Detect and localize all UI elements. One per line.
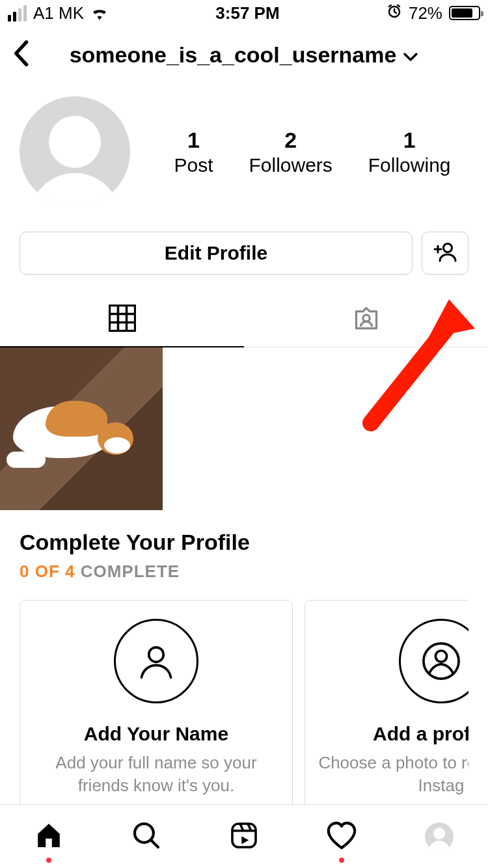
complete-profile-cards[interactable]: Add Your Name Add your full name so your…: [20, 600, 468, 811]
battery-icon: [449, 6, 480, 20]
bottom-tab-bar: [0, 804, 488, 868]
svg-point-6: [435, 651, 446, 662]
discover-people-button[interactable]: [422, 232, 468, 275]
battery-pct: 72%: [409, 3, 442, 23]
card-title: Add a profile p: [318, 723, 468, 745]
status-bar: A1 MK 3:57 PM 72%: [0, 0, 488, 26]
back-button[interactable]: [13, 40, 31, 69]
complete-profile-progress: 0 OF 4 COMPLETE: [20, 562, 468, 582]
profile-photo-icon: [399, 619, 468, 703]
notification-dot: [46, 858, 51, 863]
tagged-icon: [352, 304, 381, 335]
stat-following[interactable]: 1 Following: [368, 128, 451, 176]
profile-avatar[interactable]: [20, 96, 130, 207]
stat-followers-count: 2: [249, 128, 332, 153]
home-icon: [33, 820, 64, 854]
tab-home[interactable]: [0, 805, 98, 868]
stat-followers-label: Followers: [249, 154, 332, 176]
tab-tagged[interactable]: [244, 292, 488, 347]
post-thumbnail[interactable]: [0, 347, 163, 510]
stat-posts-label: Post: [174, 154, 213, 176]
tab-grid[interactable]: [0, 292, 244, 347]
grid-icon: [109, 305, 136, 334]
stat-following-count: 1: [368, 128, 451, 153]
card-add-photo[interactable]: Add a profile p Choose a photo to re you…: [305, 600, 468, 811]
profile-avatar-icon: [425, 822, 454, 851]
alarm-icon: [386, 3, 402, 23]
tab-profile[interactable]: [390, 805, 488, 868]
clock: 3:57 PM: [215, 3, 279, 23]
reels-icon: [228, 820, 260, 854]
stat-posts[interactable]: 1 Post: [174, 128, 213, 176]
stat-followers[interactable]: 2 Followers: [249, 128, 332, 176]
card-add-name[interactable]: Add Your Name Add your full name so your…: [20, 600, 293, 811]
signal-icon: [8, 5, 27, 21]
tab-search[interactable]: [98, 805, 195, 868]
tab-reels[interactable]: [195, 805, 293, 868]
username-label: someone_is_a_cool_username: [70, 42, 397, 68]
notification-dot: [339, 858, 344, 863]
nav-header: someone_is_a_cool_username: [0, 26, 488, 83]
edit-profile-label: Edit Profile: [165, 242, 267, 264]
chevron-down-icon: [403, 42, 418, 68]
complete-profile-title: Complete Your Profile: [20, 530, 468, 555]
card-desc: Add your full name so your friends know …: [33, 752, 279, 797]
tab-activity[interactable]: [293, 805, 390, 868]
posts-grid: [0, 347, 488, 510]
edit-profile-button[interactable]: Edit Profile: [20, 232, 413, 275]
svg-rect-8: [232, 824, 256, 847]
card-desc: Choose a photo to re yourself on Instag: [318, 752, 468, 797]
stat-following-label: Following: [368, 154, 451, 176]
svg-point-4: [149, 647, 164, 662]
progress-count: 0 OF 4: [20, 562, 75, 581]
progress-word: COMPLETE: [75, 562, 180, 581]
svg-point-1: [444, 244, 452, 252]
search-icon: [131, 820, 162, 854]
wifi-icon: [90, 6, 109, 20]
person-icon: [114, 619, 198, 703]
svg-rect-2: [109, 305, 135, 331]
card-title: Add Your Name: [33, 723, 279, 745]
carrier-label: A1 MK: [33, 3, 84, 23]
username-dropdown[interactable]: someone_is_a_cool_username: [43, 42, 445, 68]
heart-icon: [325, 821, 358, 853]
add-person-icon: [433, 241, 457, 265]
stat-posts-count: 1: [174, 128, 213, 153]
